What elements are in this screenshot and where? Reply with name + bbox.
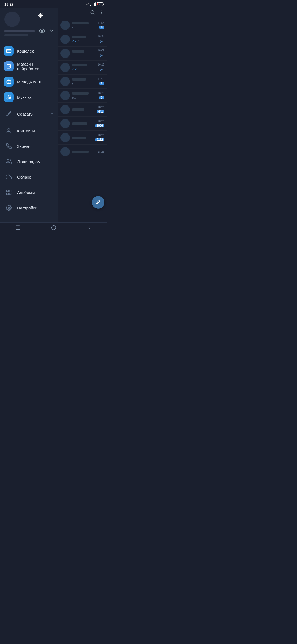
chat-time: 17:54	[98, 21, 105, 24]
sidebar-item-albums[interactable]: Альбомы	[0, 185, 58, 200]
chat-avatar	[61, 77, 70, 86]
ai-store-label: Магазин нейроботов	[17, 62, 54, 71]
svg-point-9	[8, 129, 10, 130]
chat-preview: ✓✓ 4...	[72, 39, 95, 43]
cloud-icon	[4, 172, 14, 182]
svg-point-16	[101, 13, 102, 14]
network-label: 4G	[86, 3, 89, 6]
chat-name	[72, 50, 84, 53]
chat-item-content	[72, 108, 95, 111]
sidebar-item-nearby[interactable]: Люди рядом	[0, 154, 58, 169]
sidebar-item-ai-store[interactable]: Ai Магазин нейроботов	[0, 59, 58, 74]
sidebar-item-wallet[interactable]: Кошелек	[0, 43, 58, 59]
chat-meta: 18:26 2906	[95, 120, 105, 127]
calls-label: Звонки	[17, 144, 54, 149]
compose-fab[interactable]	[92, 196, 105, 209]
chat-item[interactable]: ✓✓ 16:15 ⊳	[58, 61, 107, 75]
chat-item-content: ✓✓ 4...	[72, 36, 95, 43]
profile-status-bar	[4, 34, 28, 36]
colored-menu-section: Кошелек Ai Магазин нейроботов	[0, 42, 58, 106]
chat-item[interactable]: ... 18:09 ⊳	[58, 47, 107, 61]
chat-preview: м,...	[72, 96, 95, 99]
chat-preview: к...	[72, 26, 95, 29]
search-button[interactable]	[90, 10, 95, 16]
battery-fill	[97, 3, 98, 5]
chat-preview: ...	[72, 54, 95, 57]
sidebar-item-cloud[interactable]: Облако	[0, 169, 58, 185]
chat-item[interactable]: м,... 18:26 3	[58, 89, 107, 103]
cloud-label: Облако	[17, 175, 54, 179]
chat-name	[72, 151, 89, 153]
svg-point-8	[10, 97, 11, 99]
nav-back-button[interactable]	[86, 224, 93, 231]
bookmark-badge: ⊳	[98, 39, 105, 44]
chat-item[interactable]: у... 17:51 2	[58, 75, 107, 89]
bottom-nav	[0, 222, 107, 232]
unread-badge: 6	[99, 26, 105, 29]
brightness-button[interactable]	[37, 12, 45, 19]
unread-badge: 3	[99, 96, 105, 99]
chat-name	[72, 122, 87, 125]
svg-point-7	[7, 98, 8, 99]
sidebar: Кошелек Ai Магазин нейроботов	[0, 8, 58, 222]
chat-avatar	[61, 21, 70, 30]
battery-icon: 16	[97, 2, 103, 6]
chat-item[interactable]: ✓✓ 4... 18:24 ⊳	[58, 32, 107, 47]
chat-name	[72, 22, 89, 24]
chat-time: 18:25	[98, 150, 105, 153]
nav-home-button[interactable]	[50, 224, 57, 231]
chat-item[interactable]: 18:25	[58, 145, 107, 159]
chat-item[interactable]: 18:26 2162	[58, 131, 107, 145]
status-time: 18:27	[4, 2, 13, 6]
svg-point-11	[8, 207, 10, 209]
status-bar: 18:27 4G 16	[0, 0, 107, 8]
nav-square-button[interactable]	[14, 224, 21, 231]
management-icon-box	[4, 77, 14, 87]
create-chevron	[50, 111, 54, 117]
chat-meta: 18:25	[95, 150, 105, 153]
chat-item[interactable]: 18:26 441	[58, 103, 107, 117]
music-icon-box	[4, 92, 14, 102]
chat-name	[72, 36, 86, 38]
eye-button[interactable]	[39, 28, 45, 35]
chat-time: 18:24	[98, 35, 105, 38]
chat-name	[72, 64, 87, 66]
nearby-icon	[4, 157, 14, 167]
chat-item-content: ...	[72, 50, 95, 57]
chat-avatar	[61, 49, 70, 58]
svg-line-13	[94, 13, 94, 14]
chat-time: 18:09	[98, 49, 105, 52]
sidebar-item-settings[interactable]: Настройки	[0, 200, 58, 215]
sidebar-item-create[interactable]: Создать	[0, 106, 58, 122]
sidebar-item-contacts[interactable]: Контакты	[0, 123, 58, 138]
avatar	[4, 12, 20, 27]
chat-name	[72, 92, 89, 95]
svg-point-10	[7, 159, 9, 161]
chat-meta: 18:26 2162	[95, 134, 105, 141]
music-label: Музыка	[17, 95, 54, 100]
main-container: Кошелек Ai Магазин нейроботов	[0, 8, 107, 222]
chat-name	[72, 78, 86, 81]
albums-label: Альбомы	[17, 190, 54, 195]
sidebar-item-management[interactable]: Менеджмент	[0, 74, 58, 89]
svg-point-12	[91, 10, 94, 14]
chat-panel: к... 17:54 6 ✓✓ 4... 18:24 ⊳	[58, 8, 107, 222]
chat-item-content: ✓✓	[72, 64, 95, 71]
sidebar-item-calls[interactable]: Звонки	[0, 138, 58, 154]
chat-item[interactable]: к... 17:54 6	[58, 18, 107, 32]
chat-meta: 18:26 3	[95, 92, 105, 99]
chat-meta: 18:26 441	[95, 106, 105, 113]
sidebar-item-music[interactable]: Музыка	[0, 89, 58, 105]
create-label: Создать	[17, 112, 46, 116]
more-button[interactable]	[99, 10, 104, 16]
wallet-icon-box	[4, 46, 14, 56]
profile-chevron-button[interactable]	[49, 28, 54, 35]
chat-meta: 18:09 ⊳	[95, 49, 105, 58]
chat-item[interactable]: 18:26 2906	[58, 117, 107, 131]
unread-badge: 2906	[95, 124, 105, 127]
sun-icon	[38, 12, 44, 18]
calls-icon	[4, 141, 14, 151]
svg-rect-1	[7, 49, 11, 53]
svg-point-15	[101, 12, 102, 13]
signal-bars	[90, 2, 96, 6]
